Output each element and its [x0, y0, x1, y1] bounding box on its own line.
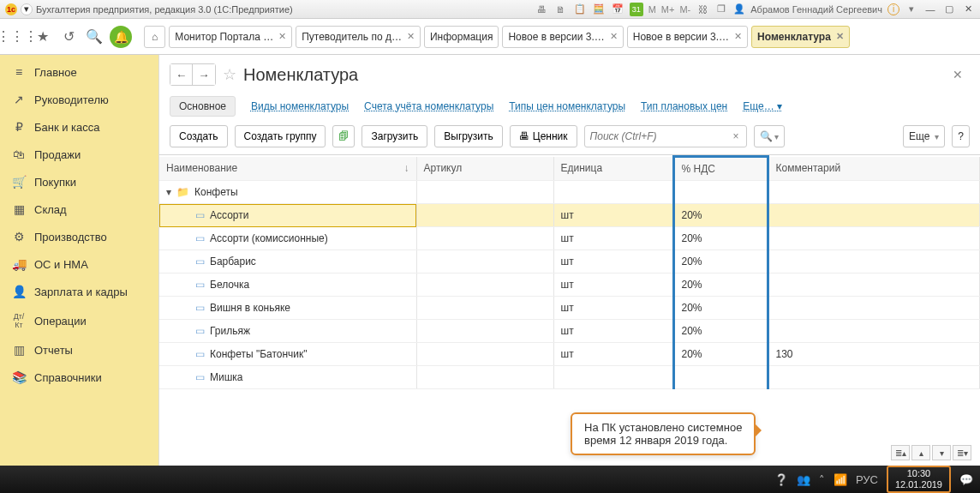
clipboard-icon[interactable]: 📋	[573, 3, 587, 16]
tab-1[interactable]: Путеводитель по д…✕	[296, 26, 421, 48]
sidebar-item-bank[interactable]: ₽Банк и касса	[0, 113, 158, 141]
more-button[interactable]: Еще▾	[903, 125, 945, 147]
star-icon[interactable]: ★	[33, 27, 53, 47]
tab-5[interactable]: Номенклатура✕	[751, 26, 850, 48]
info-icon[interactable]: i	[887, 3, 899, 15]
calendar-icon[interactable]: 📅	[611, 3, 624, 16]
table-row[interactable]: ▭Вишня в коньякешт20%	[159, 297, 980, 320]
close-window-button[interactable]: ✕	[961, 3, 975, 15]
help-tray-icon[interactable]: ❔	[774, 473, 788, 486]
group-row[interactable]: ▾📁Конфеты	[159, 181, 980, 204]
info-dd-icon[interactable]: ▾	[905, 3, 918, 16]
notifications-icon[interactable]: 💬	[959, 473, 973, 486]
m-plus[interactable]: M+	[661, 4, 675, 15]
close-tab-icon[interactable]: ✕	[836, 31, 844, 42]
sidebar-item-refs[interactable]: 📚Справочники	[0, 364, 158, 391]
m-label[interactable]: M	[648, 4, 656, 15]
tab-3[interactable]: Новое в версии 3.…✕	[502, 26, 623, 48]
create-button[interactable]: Создать	[170, 125, 228, 147]
subnav-link-3[interactable]: Тип плановых цен	[641, 100, 727, 112]
link-icon[interactable]: ⛓	[696, 3, 709, 16]
help-button[interactable]: ?	[952, 125, 970, 147]
load-button[interactable]: Загрузить	[362, 125, 427, 147]
close-tab-icon[interactable]: ✕	[407, 31, 415, 42]
day-icon[interactable]: 31	[630, 3, 643, 16]
subnav-link-0[interactable]: Виды номенклатуры	[251, 100, 349, 112]
sidebar-item-manager[interactable]: ↗Руководителю	[0, 86, 158, 113]
sidebar-item-operations[interactable]: Дт/КтОперации	[0, 305, 158, 336]
col-name[interactable]: Наименование↓	[159, 157, 416, 181]
table-row[interactable]: ▭Мишка	[159, 366, 980, 389]
favorite-icon[interactable]: ☆	[223, 65, 236, 84]
page-up[interactable]: ▴	[911, 445, 930, 460]
tab-0[interactable]: Монитор Портала …✕	[169, 26, 292, 48]
m-minus[interactable]: M-	[679, 4, 690, 15]
sidebar-item-main[interactable]: ≡Главное	[0, 58, 158, 86]
sidebar-item-sales[interactable]: 🛍Продажи	[0, 141, 158, 168]
search-icon[interactable]: 🔍	[84, 27, 105, 47]
sidebar-item-warehouse[interactable]: ▦Склад	[0, 195, 158, 223]
people-icon[interactable]: 👥	[797, 473, 810, 486]
clear-search-icon[interactable]: ×	[730, 130, 743, 142]
bell-icon[interactable]: 🔔	[110, 26, 132, 48]
sidebar-item-purchases[interactable]: 🛒Покупки	[0, 168, 158, 195]
subnav-main[interactable]: Основное	[170, 96, 236, 117]
table-row[interactable]: ▭Конфеты "Батончик"шт20%130	[159, 343, 980, 366]
sidebar-item-assets[interactable]: 🚚ОС и НМА	[0, 250, 158, 278]
maximize-button[interactable]: ▢	[942, 3, 956, 15]
close-page-icon[interactable]: ✕	[953, 68, 970, 81]
window-icon[interactable]: ❐	[714, 3, 728, 16]
col-nds[interactable]: % НДС	[673, 157, 768, 181]
dropdown-icon[interactable]: ▾	[21, 3, 33, 15]
calc-icon[interactable]: 🧮	[592, 3, 606, 16]
apps-icon[interactable]: ⋮⋮⋮	[7, 27, 27, 47]
find-button[interactable]: 🔍▾	[754, 125, 785, 147]
lang-label[interactable]: РУС	[856, 473, 878, 486]
subnav-link-2[interactable]: Типы цен номенклатуры	[509, 100, 625, 112]
doc-icon[interactable]: 🗎	[554, 3, 568, 16]
tab-2[interactable]: Информация	[424, 26, 499, 48]
table-row[interactable]: ▭Ассорти (комиссионные)шт20%	[159, 227, 980, 250]
close-tab-icon[interactable]: ✕	[278, 31, 286, 42]
home-tab[interactable]: ⌂	[144, 26, 165, 48]
page-down[interactable]: ▾	[932, 445, 951, 460]
copy-button[interactable]: 🗐	[332, 125, 355, 147]
table-row[interactable]: ▭Белочкашт20%	[159, 274, 980, 297]
close-tab-icon[interactable]: ✕	[610, 31, 618, 42]
unload-button[interactable]: Выгрузить	[434, 125, 503, 147]
page-first[interactable]: ≣▴	[891, 445, 910, 460]
clock[interactable]: 10:30 12.01.2019	[887, 466, 951, 492]
forward-button[interactable]: →	[193, 64, 215, 85]
col-comment[interactable]: Комментарий	[768, 157, 980, 181]
page-last[interactable]: ≣▾	[953, 445, 971, 460]
subnav-link-1[interactable]: Счета учёта номенклатуры	[364, 100, 493, 112]
tab-4[interactable]: Новое в версии 3.…✕	[627, 26, 748, 48]
sidebar-item-hr[interactable]: 👤Зарплата и кадры	[0, 278, 158, 305]
sidebar-item-production[interactable]: ⚙Производство	[0, 223, 158, 250]
back-button[interactable]: ←	[170, 64, 193, 85]
chevron-up-icon[interactable]: ˄	[819, 473, 825, 486]
user-name[interactable]: Абрамов Геннадий Сергеевич	[750, 4, 882, 15]
tabs-row: ⌂ Монитор Портала …✕ Путеводитель по д…✕…	[144, 26, 973, 48]
item-icon: ▭	[195, 325, 205, 337]
subnav-more[interactable]: Еще… ▾	[743, 100, 782, 112]
price-button[interactable]: 🖶Ценник	[510, 125, 577, 147]
minimize-button[interactable]: —	[923, 3, 937, 15]
table-row[interactable]: ▭Ассортишт20%	[159, 204, 980, 227]
print-icon[interactable]: 🖶	[535, 3, 549, 16]
history-icon[interactable]: ↺	[58, 27, 79, 47]
tab-label: Путеводитель по д…	[302, 31, 402, 43]
close-tab-icon[interactable]: ✕	[734, 31, 742, 42]
table-row[interactable]: ▭Грильяжшт20%	[159, 320, 980, 343]
sidebar-item-reports[interactable]: ▥Отчеты	[0, 336, 158, 364]
magnifier-icon: 🔍	[760, 130, 773, 142]
wifi-icon[interactable]: 📶	[834, 473, 847, 486]
col-unit[interactable]: Единица	[553, 157, 673, 181]
col-article[interactable]: Артикул	[416, 157, 553, 181]
search-input[interactable]	[589, 129, 730, 143]
create-group-button[interactable]: Создать группу	[235, 125, 326, 147]
table-row[interactable]: ▭Барбарисшт20%	[159, 250, 980, 274]
sidebar-item-label: Банк и касса	[34, 121, 100, 134]
sidebar-item-label: ОС и НМА	[34, 258, 88, 271]
search-box[interactable]: ×	[584, 125, 747, 147]
